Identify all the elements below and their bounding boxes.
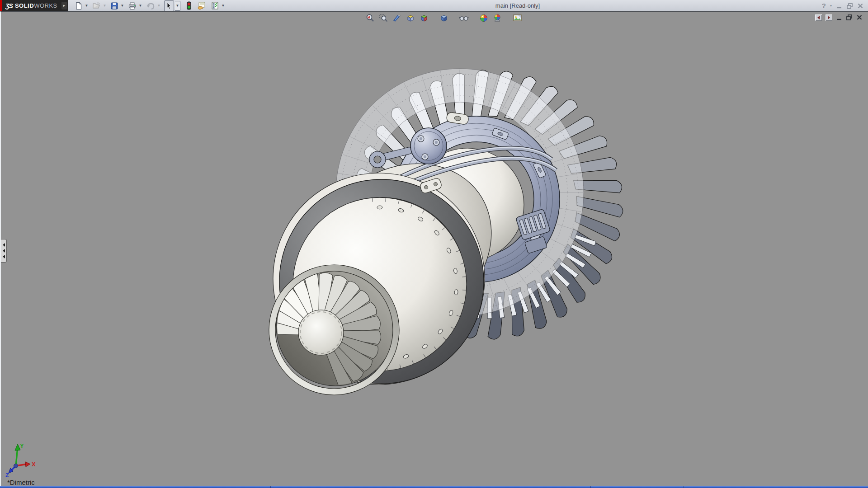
apply-scene-icon xyxy=(493,14,502,23)
feature-tree-collapsed-tab[interactable] xyxy=(1,239,7,263)
rebuild-traffic-light-button[interactable] xyxy=(186,1,192,11)
app-restore-button[interactable] xyxy=(846,3,853,9)
menu-flyout-arrow[interactable]: ▸ xyxy=(61,2,67,9)
headsup-view-toolbar xyxy=(364,13,523,23)
collapse-left-panel-button[interactable] xyxy=(815,14,822,21)
solidworks-logo-mark: ƷS xyxy=(5,2,13,9)
axis-z-label: Z xyxy=(5,472,9,479)
checklist-dropdown[interactable]: ▼ xyxy=(221,1,226,11)
shaded-view-button[interactable] xyxy=(439,13,449,23)
main-toolbar: ▼ ▼ ▼ ▼ xyxy=(74,0,228,11)
collapse-arrow-icon xyxy=(3,255,5,258)
window-title: main [Read-only] xyxy=(470,0,565,11)
view-settings-icon xyxy=(513,14,522,23)
taskbar-edge xyxy=(0,486,868,488)
jet-engine-model[interactable] xyxy=(261,69,623,395)
zoom-to-area-icon xyxy=(379,14,388,23)
title-bar: ƷS SOLIDWORKS ▸ ▼ ▼ ▼ xyxy=(0,0,868,11)
section-view-button[interactable] xyxy=(392,13,402,23)
display-style-icon xyxy=(420,14,429,23)
checklist-button[interactable] xyxy=(210,1,220,11)
view-orientation-button[interactable] xyxy=(405,13,416,23)
solidworks-logo: ƷS SOLIDWORKS ▸ xyxy=(0,0,68,11)
traffic-light-icon xyxy=(186,1,192,10)
view-settings-button[interactable] xyxy=(512,13,523,23)
app-close-button[interactable] xyxy=(857,3,863,9)
axis-x-label: X xyxy=(32,461,36,468)
logo-accent-stripe xyxy=(0,0,2,11)
right-arrow-icon xyxy=(828,16,830,19)
print-icon xyxy=(128,2,137,10)
view-orientation-icon xyxy=(406,14,415,23)
checklist-icon xyxy=(211,1,219,10)
app-window-controls: ? ▾ xyxy=(822,0,863,11)
undo-button[interactable] xyxy=(146,1,156,11)
open-button[interactable] xyxy=(92,1,101,11)
brand-name-light: WORKS xyxy=(34,2,57,9)
brand-name-bold: SOLID xyxy=(15,2,34,9)
help-dropdown[interactable]: ▾ xyxy=(830,4,832,8)
options-hand-icon xyxy=(197,1,206,10)
app-minimize-button[interactable] xyxy=(836,3,842,9)
zoom-to-fit-button[interactable] xyxy=(364,13,375,23)
collapse-arrow-icon xyxy=(3,249,5,253)
save-icon xyxy=(110,2,118,10)
undo-icon xyxy=(146,2,155,10)
select-cursor-icon xyxy=(165,2,173,10)
collapse-arrow-icon xyxy=(3,243,5,247)
view-orientation-label: *Dimetric xyxy=(7,479,35,486)
apply-scene-button[interactable] xyxy=(492,13,503,23)
doc-minimize-button[interactable] xyxy=(836,14,842,21)
options-button[interactable] xyxy=(197,1,207,11)
hide-show-items-button[interactable] xyxy=(458,13,469,23)
left-arrow-icon xyxy=(817,16,820,19)
open-icon xyxy=(92,2,101,10)
print-dropdown[interactable]: ▼ xyxy=(138,1,143,11)
new-document-icon xyxy=(75,2,83,10)
new-document-dropdown[interactable]: ▼ xyxy=(84,1,89,11)
graphics-viewport: Y X Z *Dimetric xyxy=(0,11,868,486)
axis-y-label: Y xyxy=(20,443,24,449)
edit-appearance-button[interactable] xyxy=(478,13,489,23)
help-button[interactable]: ? xyxy=(822,2,826,9)
expand-right-panel-button[interactable] xyxy=(826,14,832,21)
doc-restore-button[interactable] xyxy=(846,14,853,21)
section-view-icon xyxy=(392,14,401,23)
save-button[interactable] xyxy=(110,1,119,11)
shaded-cube-icon xyxy=(439,14,448,23)
open-dropdown[interactable]: ▼ xyxy=(102,1,107,11)
reference-triad: Y X Z xyxy=(1,443,42,482)
doc-close-button[interactable] xyxy=(856,14,863,21)
select-button[interactable] xyxy=(164,0,174,11)
model-canvas-jet-engine[interactable] xyxy=(1,12,868,486)
zoom-to-area-button[interactable] xyxy=(378,13,389,23)
print-button[interactable] xyxy=(127,1,137,11)
select-dropdown[interactable]: ▼ xyxy=(175,1,180,11)
new-document-button[interactable] xyxy=(74,1,83,11)
glasses-icon xyxy=(459,14,469,23)
appearance-ball-icon xyxy=(479,14,488,23)
document-window-controls xyxy=(815,14,863,21)
display-style-button[interactable] xyxy=(419,13,429,23)
save-dropdown[interactable]: ▼ xyxy=(120,1,125,11)
zoom-to-fit-icon xyxy=(365,14,374,23)
undo-dropdown[interactable]: ▼ xyxy=(156,1,161,11)
